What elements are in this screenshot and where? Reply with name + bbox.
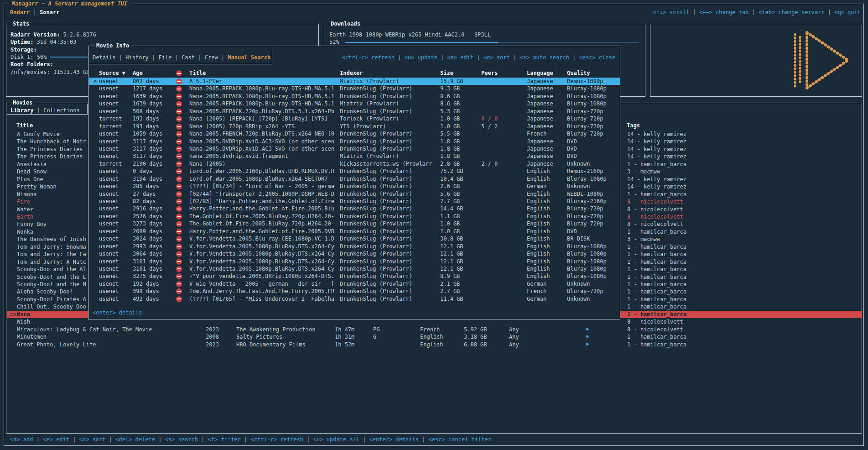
search-result-row[interactable]: =>usenet802 daysA 5.1-PTerMiatrix (Prowl…	[89, 78, 620, 85]
cell-size: 11.4 GB	[440, 295, 481, 303]
search-result-row[interactable]: usenet0 daysLord.of.War.2005.2160p.BluRa…	[89, 167, 620, 175]
movie-tag: 1 - hamilcar_barca	[627, 296, 686, 303]
search-result-row[interactable]: usenet3273 daysThe.Goblet.Of.Fire.2005.B…	[89, 220, 620, 227]
cell-title: (????) [01/34] - "Lord of War - 2005 - g…	[189, 183, 340, 190]
tab-crew[interactable]: Crew	[205, 54, 218, 61]
shortcut-esc-close[interactable]: <esc> close	[579, 54, 615, 61]
movie-tag: 14 - kelly ramirez	[627, 153, 686, 160]
movie-runtime: 1h 47m	[335, 326, 354, 333]
no-entry-icon	[176, 116, 182, 122]
modal-tab-corner	[272, 47, 272, 64]
cell-quality: Bluray-720p	[567, 108, 603, 115]
shortcut-e-edit[interactable]: <e> edit	[43, 436, 69, 443]
tab-file[interactable]: File	[159, 54, 172, 61]
search-result-row[interactable]: usenet27 days[02/44] "Transporter 2.2005…	[89, 190, 620, 198]
no-entry-icon	[176, 146, 182, 152]
shortcut-f-filter[interactable]: <f> filter	[208, 436, 241, 443]
cell-age: 492 days	[133, 295, 168, 303]
shortcut-change-tab[interactable]: <←→> change tab	[699, 9, 748, 16]
movie-row[interactable]: Minutemen2008Salty Pictures1h 31mGEnglis…	[7, 333, 862, 340]
cell-indexer: DrunkenSlug (Prowlarr)	[340, 85, 440, 92]
shortcut-s-auto-search[interactable]: <s> auto search	[520, 54, 569, 61]
cell-reject	[168, 108, 189, 115]
search-result-row[interactable]: torrent193 daysNana (2005) [REPACK] [720…	[89, 115, 620, 122]
search-result-row[interactable]: usenet1059 daysNana.2005.FRENCH.720p.Blu…	[89, 130, 620, 137]
cell-peers: 2 / 0	[481, 160, 527, 167]
tab-cast[interactable]: Cast	[182, 54, 195, 61]
search-result-row[interactable]: usenet1217 daysNana.2005.REPACK.1080p.Bl…	[89, 85, 620, 92]
search-result-row[interactable]: usenet3117 daysnana.2005.dvdrip.xvid.fra…	[89, 152, 620, 160]
shortcut-o-sort[interactable]: <o> sort	[79, 436, 106, 443]
search-result-row[interactable]: usenet1639 daysNana.2005.REPACK.1080p.Bl…	[89, 93, 620, 100]
shortcut-o-sort[interactable]: <o> sort	[483, 54, 510, 61]
shortcut-a-add[interactable]: <a> add	[10, 436, 33, 443]
shortcut-s-search[interactable]: <s> search	[165, 436, 198, 443]
search-result-row[interactable]: usenet3024 daysV.for.Vendetta.2005.Blu-r…	[89, 235, 620, 242]
shortcut-e-edit[interactable]: <e> edit	[447, 54, 473, 61]
tab-details[interactable]: Details	[93, 54, 116, 61]
movie-size: 6.88 GB	[464, 341, 487, 348]
cell-language: Japanese	[527, 145, 567, 152]
movie-title: Plus One	[17, 176, 43, 183]
shortcut-scroll[interactable]: <↑↓> scroll	[653, 9, 689, 16]
cell-indexer: DrunkenSlug (Prowlarr)	[340, 108, 440, 115]
search-result-row[interactable]: usenet2576 daysThe.Goblet.Of.Fire.2005.B…	[89, 213, 620, 220]
shortcut-tab-change-servarr[interactable]: <tab> change servarr	[759, 9, 825, 16]
tab-history[interactable]: History	[125, 54, 149, 61]
search-result-row[interactable]: torrent2190 daysNana (2005)kickasstorren…	[89, 160, 620, 167]
search-result-row[interactable]: usenet3101 daysV.for.Vendetta.2005.1080p…	[89, 258, 620, 265]
search-result-row[interactable]: usenet492 days(????) [01/65] - "Miss Und…	[89, 295, 620, 303]
search-result-row[interactable]: usenet2993 daysV.for.Vendetta.2005.1080p…	[89, 243, 620, 250]
cell-reject	[168, 130, 189, 137]
shortcut-esc-cancel-filter[interactable]: <esc> cancel filter	[429, 436, 491, 443]
movie-title: Miraculous: Ladybug & Cat Noir, The Movi…	[17, 326, 152, 333]
column-header-title[interactable]: Title	[189, 69, 340, 77]
search-result-row[interactable]: usenet3117 daysNana.2005.DVDRip.XviD.AC3…	[89, 138, 620, 145]
search-result-row[interactable]: usenet3101 daysV.for.Vendetta.2005.1080p…	[89, 265, 620, 272]
search-result-row[interactable]: usenet2689 daysHarry.Potter.and.the.Gobl…	[89, 228, 620, 235]
search-result-row[interactable]: torrent193 daysNana (2005) 720p BRRip x2…	[89, 123, 620, 130]
search-result-row[interactable]: usenet2916 daysHarry.Potter.and.the.Gobl…	[89, 205, 620, 212]
modal-help-bar: <ctrl-r> refresh | <u> update | <e> edit…	[342, 54, 615, 61]
shortcut-u-update[interactable]: <u> update	[405, 54, 437, 61]
cell-size: 1.0 GB	[440, 115, 481, 122]
search-result-row[interactable]: usenet398 daysTom.And.Jerry.The.Fast.And…	[89, 288, 620, 295]
search-result-row[interactable]: usenet3117 daysNana.2005.DVDRip.XviD.AC3…	[89, 145, 620, 152]
movie-runtime: 1h 31m	[335, 333, 354, 340]
cell-size: 1.8 GB	[440, 145, 481, 152]
shortcut-enter-details[interactable]: <enter> details	[369, 436, 419, 443]
tab-manual-search[interactable]: Manual Search	[228, 54, 270, 61]
movie-row[interactable]: Great Photo, Lovely Life2023HBO Document…	[7, 341, 862, 348]
search-result-row[interactable]: usenet3275 days-"V pour vendetta.2005.BR…	[89, 272, 620, 280]
search-result-row[interactable]: usenet82 days[02/83] "Harry.Potter.and.t…	[89, 198, 620, 205]
movie-title: Pretty Woman	[17, 183, 57, 190]
tab-sonarr[interactable]: Sonarr	[40, 9, 59, 16]
column-header-source[interactable]: Source ▼	[99, 69, 133, 77]
no-entry-icon	[176, 168, 182, 174]
shortcut-q-quit[interactable]: <q> quit	[834, 9, 861, 16]
shortcut-ctrl-r-refresh[interactable]: <ctrl-r> refresh	[342, 54, 395, 61]
shortcut-del-delete[interactable]: <del> delete	[115, 436, 155, 443]
column-header-indexer[interactable]: Indexer	[340, 69, 440, 77]
shortcut-ctrl-r-refresh[interactable]: <ctrl-r> refresh	[251, 436, 304, 443]
download-percent: 52%	[329, 38, 339, 46]
column-header-icon[interactable]	[168, 69, 189, 77]
column-header-size[interactable]: Size	[440, 69, 481, 77]
search-result-row[interactable]: usenet285 days(????) [01/34] - "Lord of …	[89, 183, 620, 190]
column-header-age[interactable]: Age	[133, 69, 168, 77]
cell-language: English	[527, 205, 567, 212]
cell-language: German	[527, 295, 567, 303]
movie-row[interactable]: Miraculous: Ladybug & Cat Noir, The Movi…	[7, 326, 862, 333]
search-result-row[interactable]: usenet3194 daysLord.of.War.2005.1080p.Bl…	[89, 175, 620, 183]
shortcut-u-update-all[interactable]: <u> update all	[313, 436, 359, 443]
search-result-row[interactable]: usenet192 daysV wie Vendetta - 2005 - ge…	[89, 280, 620, 288]
cell-title: V.for.Vendetta.2005.Blu-ray.CEE.1080p.VC…	[189, 235, 340, 242]
search-result-row[interactable]: usenet508 daysNana.2005.REPACK.720p.BluR…	[89, 108, 620, 115]
search-results-list[interactable]: =>usenet802 daysA 5.1-PTerMiatrix (Prowl…	[89, 78, 620, 303]
column-header-quality[interactable]: Quality	[567, 69, 590, 77]
column-header-language[interactable]: Language	[527, 69, 567, 77]
column-header-peers[interactable]: Peers	[481, 69, 527, 77]
tab-radarr[interactable]: Radarr	[10, 9, 30, 16]
search-result-row[interactable]: usenet1639 daysNana.2005.REPACK.1080p.Bl…	[89, 100, 620, 107]
search-result-row[interactable]: usenet3064 daysV.for.Vendetta.2005.1080p…	[89, 250, 620, 257]
